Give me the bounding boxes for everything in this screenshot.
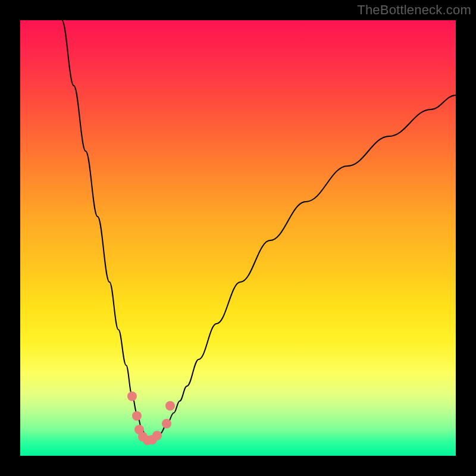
watermark-text: TheBottleneck.com [357, 2, 471, 18]
chart-frame: TheBottleneck.com [0, 0, 476, 476]
marker-dot [152, 431, 162, 440]
marker-dot [132, 411, 142, 421]
marker-dot [165, 401, 175, 411]
plot-area [20, 20, 456, 456]
bottleneck-curve [62, 20, 456, 441]
marker-dot [127, 392, 137, 401]
curve-markers [127, 392, 175, 445]
curve-layer [20, 20, 456, 456]
marker-dot [162, 419, 171, 428]
